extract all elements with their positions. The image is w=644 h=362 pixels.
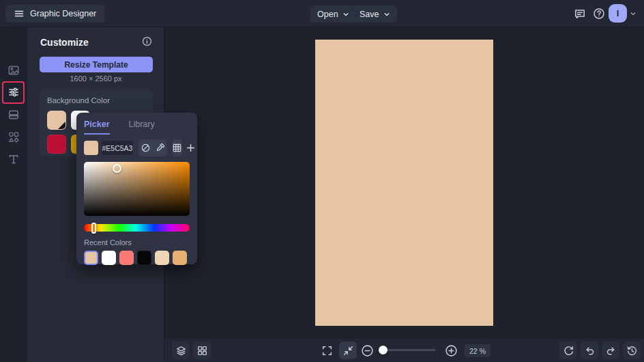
history-clock-icon <box>626 345 638 357</box>
version-history-button[interactable] <box>623 342 641 359</box>
current-color-swatch <box>84 141 98 155</box>
zoom-out-button[interactable] <box>360 344 374 357</box>
saturation-handle[interactable] <box>113 164 121 173</box>
design-artboard[interactable] <box>315 40 493 326</box>
tab-picker[interactable]: Picker <box>84 120 110 135</box>
text-icon <box>8 153 20 165</box>
recent-colors-label: Recent Colors <box>84 238 190 247</box>
eyedropper-button[interactable] <box>153 139 167 156</box>
background-color-label: Background Color <box>47 96 110 105</box>
pages-grid-icon <box>196 345 208 357</box>
info-icon <box>142 36 152 46</box>
save-button[interactable]: Save <box>353 5 397 23</box>
recent-swatch-coral[interactable] <box>119 251 134 265</box>
hue-slider[interactable] <box>84 224 190 232</box>
recent-swatch-tan[interactable] <box>84 251 98 265</box>
zoom-slider-handle[interactable] <box>379 346 387 354</box>
background-swatch-crimson[interactable] <box>47 135 66 154</box>
recent-swatch-black[interactable] <box>137 251 151 265</box>
refresh-button[interactable] <box>559 342 577 359</box>
open-button[interactable]: Open <box>310 5 356 23</box>
selected-corner-marker <box>58 122 65 129</box>
color-picker-tabs: Picker Library <box>84 120 190 135</box>
no-color-icon <box>141 143 151 153</box>
hue-handle[interactable] <box>91 223 96 234</box>
zoom-level-display[interactable]: 22 % <box>465 344 491 357</box>
frame-icon <box>8 109 20 121</box>
recent-swatch-orange[interactable] <box>173 251 187 265</box>
layers-button[interactable] <box>172 342 190 359</box>
fullscreen-button[interactable] <box>318 342 336 359</box>
chevron-down-icon <box>342 11 349 18</box>
resize-template-button[interactable]: Resize Template <box>40 57 153 72</box>
main-menu-button[interactable]: Graphic Designer <box>5 5 104 23</box>
grid-icon <box>172 143 182 153</box>
color-tools-group <box>138 139 167 156</box>
fit-to-screen-button[interactable] <box>339 342 357 359</box>
info-button[interactable] <box>142 36 152 46</box>
comment-icon <box>574 8 586 20</box>
add-color-button[interactable] <box>186 139 196 156</box>
app-window: Graphic Designer Open Save I <box>0 0 644 362</box>
recent-swatch-white[interactable] <box>102 251 116 265</box>
undo-icon <box>584 345 596 357</box>
help-icon <box>593 8 605 20</box>
sidebar-item-customize[interactable] <box>0 83 27 101</box>
hex-color-input[interactable] <box>102 141 133 155</box>
zoom-in-icon <box>445 344 458 357</box>
open-button-label: Open <box>317 10 338 19</box>
history-controls <box>559 342 641 359</box>
recent-colors-row <box>84 251 190 265</box>
image-icon <box>8 64 20 76</box>
refresh-icon <box>563 345 574 357</box>
panel-title: Customize <box>40 37 89 48</box>
sidebar-item-images[interactable] <box>0 61 27 79</box>
undo-button[interactable] <box>581 342 598 359</box>
pages-button[interactable] <box>193 342 211 359</box>
shapes-icon <box>8 131 20 143</box>
zoom-out-icon <box>361 344 374 357</box>
app-title: Graphic Designer <box>30 9 96 18</box>
fit-to-screen-icon <box>342 345 354 357</box>
sidebar-item-templates[interactable] <box>0 106 27 124</box>
hamburger-icon <box>14 8 25 19</box>
tab-library[interactable]: Library <box>129 120 155 133</box>
template-size-label: 1600 × 2560 px <box>27 74 164 83</box>
sliders-icon <box>8 86 20 98</box>
redo-button[interactable] <box>602 342 619 359</box>
zoom-slider[interactable] <box>379 349 436 351</box>
color-grid-button[interactable] <box>172 139 182 156</box>
layers-icon <box>175 345 187 357</box>
redo-icon <box>605 345 617 357</box>
avatar-initial: I <box>617 8 619 18</box>
comments-button[interactable] <box>573 7 587 20</box>
canvas-area[interactable] <box>164 27 644 337</box>
recent-swatch-light-tan[interactable] <box>155 251 169 265</box>
bottom-toolbar: 22 % <box>164 337 644 362</box>
help-button[interactable] <box>592 7 606 20</box>
plus-icon <box>186 143 196 153</box>
chevron-down-icon <box>383 11 390 18</box>
background-swatch-current[interactable] <box>47 111 66 130</box>
fullscreen-icon <box>321 345 333 357</box>
left-toolbar <box>0 27 27 362</box>
saturation-value-field[interactable] <box>84 162 190 216</box>
user-avatar[interactable]: I <box>609 4 627 23</box>
no-color-button[interactable] <box>138 139 153 156</box>
color-input-row <box>84 139 190 156</box>
color-picker-popup: Picker Library <box>76 113 197 264</box>
account-menu-chevron[interactable] <box>630 10 636 17</box>
sidebar-item-text[interactable] <box>0 150 27 168</box>
top-bar: Graphic Designer Open Save I <box>0 0 644 27</box>
zoom-in-button[interactable] <box>444 344 458 357</box>
sidebar-item-objects[interactable] <box>0 128 27 146</box>
eyedropper-icon <box>155 143 165 153</box>
save-button-label: Save <box>360 10 379 19</box>
